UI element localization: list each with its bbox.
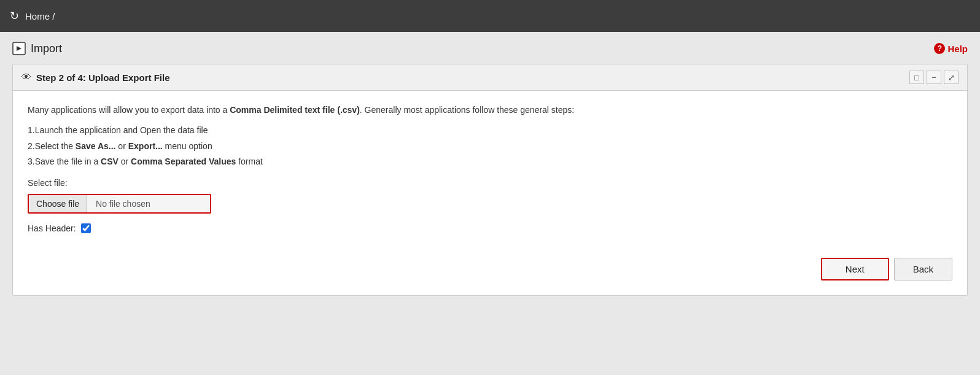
desc-part1: Many applications will allow you to expo… — [28, 105, 230, 115]
step2-mid: or — [115, 141, 128, 151]
step-header-left: 👁 Step 2 of 4: Upload Export File — [21, 72, 170, 83]
desc-part2: . Generally most applications follow the… — [360, 105, 574, 115]
help-label: Help — [947, 44, 968, 54]
maximize-button[interactable]: ⤢ — [944, 71, 959, 84]
step-body: Many applications will allow you to expo… — [13, 91, 967, 295]
steps-list: 1.Launch the application and Open the da… — [28, 123, 952, 169]
step3-suffix: format — [236, 157, 263, 166]
top-navigation-bar: ↻ Home / — [0, 0, 980, 32]
step2-suffix: menu option — [163, 141, 212, 151]
breadcrumb: Home / — [25, 11, 55, 21]
step2-prefix: 2.Select the — [28, 141, 76, 151]
step2-bold1: Save As... — [76, 141, 116, 151]
step3-bold1: CSV — [101, 157, 119, 166]
visibility-icon: 👁 — [21, 72, 31, 83]
has-header-label: Has Header: — [28, 223, 76, 233]
file-input-wrapper: Choose file No file chosen — [28, 194, 211, 214]
step3-mid: or — [119, 157, 131, 166]
help-icon: ? — [934, 43, 945, 54]
step-item-2: 2.Select the Save As... or Export... men… — [28, 139, 952, 154]
footer-buttons: Next Back — [28, 252, 952, 280]
step-item-3: 3.Save the file in a CSV or Comma Separa… — [28, 154, 952, 169]
select-file-label: Select file: — [28, 178, 952, 188]
page-title-row: Import — [12, 42, 62, 55]
step-header-controls: □ − ⤢ — [909, 71, 959, 84]
next-button[interactable]: Next — [821, 258, 889, 280]
choose-file-button[interactable]: Choose file — [29, 195, 87, 212]
help-link[interactable]: ? Help — [934, 43, 968, 54]
step3-bold2: Comma Separated Values — [131, 157, 236, 166]
has-header-checkbox[interactable] — [81, 223, 91, 233]
back-button[interactable]: Back — [894, 258, 952, 280]
has-header-row: Has Header: — [28, 223, 952, 233]
file-name-display: No file chosen — [87, 195, 210, 212]
refresh-icon: ↻ — [10, 9, 19, 23]
page-content: Import ? Help 👁 Step 2 of 4: Upload Expo… — [0, 32, 980, 375]
step-header: 👁 Step 2 of 4: Upload Export File □ − ⤢ — [13, 64, 967, 91]
desc-bold1: Comma Delimited text file (.csv) — [230, 105, 360, 115]
step-title: Step 2 of 4: Upload Export File — [36, 72, 170, 83]
step-panel: 👁 Step 2 of 4: Upload Export File □ − ⤢ … — [12, 64, 968, 296]
page-title: Import — [31, 42, 62, 55]
import-icon — [12, 42, 26, 55]
minimize-button[interactable]: − — [927, 71, 941, 84]
page-header: Import ? Help — [12, 42, 968, 55]
square-button[interactable]: □ — [909, 71, 924, 84]
step2-bold2: Export... — [128, 141, 163, 151]
step-item-1: 1.Launch the application and Open the da… — [28, 123, 952, 138]
step3-prefix: 3.Save the file in a — [28, 157, 101, 166]
description-text: Many applications will allow you to expo… — [28, 103, 952, 117]
